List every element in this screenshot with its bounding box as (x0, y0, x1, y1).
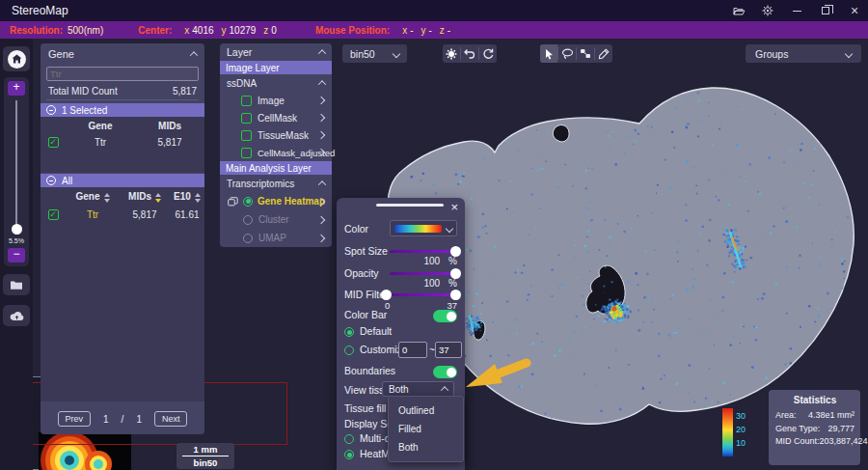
divider (46, 99, 199, 100)
groups-select[interactable]: Groups (746, 44, 861, 63)
spot-size-slider[interactable] (390, 250, 457, 253)
group-tool-icon[interactable] (577, 44, 594, 63)
gene-mids: 5,817 (135, 137, 204, 148)
app-title: StereoMap (12, 4, 68, 17)
selected-section-header[interactable]: 1 Selected (41, 103, 204, 117)
menu-item-outlined[interactable]: Outlined (389, 403, 463, 418)
table-row[interactable]: ✓ Ttr 5,817 (41, 134, 204, 150)
gene-e10: 61.61 (170, 209, 204, 220)
view-tissue-dropdown-menu: Outlined Filled Both (388, 396, 464, 462)
minimize-icon[interactable] (789, 3, 804, 18)
opacity-slider[interactable] (390, 272, 457, 275)
select-tool-icon[interactable] (540, 44, 557, 63)
center-z-value: 0 (271, 25, 277, 36)
all-section-header[interactable]: All (41, 174, 204, 187)
layer-panel-header[interactable]: Layer (220, 43, 332, 61)
zoom-out-button[interactable]: − (8, 248, 25, 263)
col-mids[interactable]: MIDs (120, 191, 170, 202)
collapse-icon (46, 105, 56, 115)
multi-color-radio[interactable] (344, 434, 354, 444)
settings-gear-icon[interactable] (760, 3, 775, 18)
slider-handle[interactable] (450, 268, 461, 279)
prev-page-button[interactable]: Prev (58, 411, 92, 427)
close-icon[interactable]: × (450, 200, 458, 214)
layer-item-umap[interactable]: UMAP (220, 229, 332, 247)
cluster-radio[interactable] (243, 215, 253, 225)
gene-panel-header[interactable]: Gene (41, 43, 204, 65)
boundaries-toggle[interactable] (433, 366, 457, 378)
gene-heatmap-radio[interactable] (243, 197, 253, 207)
view-tissue-select[interactable]: Both (382, 381, 454, 397)
col-e10[interactable]: E10 (170, 191, 204, 202)
menu-item-filled[interactable]: Filled (389, 422, 463, 436)
gene-checkbox[interactable]: ✓ (48, 137, 59, 148)
color-scheme-select[interactable] (390, 220, 457, 236)
layer-checkbox[interactable] (241, 113, 252, 124)
pagination: Prev 1 / 1 Next (41, 411, 204, 427)
layer-item-cellmask[interactable]: CellMask (220, 109, 332, 126)
gene-checkbox[interactable]: ✓ (48, 209, 59, 220)
cloud-button[interactable] (3, 305, 30, 326)
range-handle-min[interactable] (381, 290, 392, 300)
drag-handle[interactable] (376, 204, 444, 207)
home-icon (8, 50, 26, 69)
layer-checkbox[interactable] (241, 148, 252, 158)
zoom-slider-handle[interactable] (12, 224, 22, 235)
zoom-slider-track[interactable] (15, 100, 17, 234)
table-row[interactable]: ✓ Ttr 5,817 61.61 (41, 207, 204, 222)
transcriptomics-group-header[interactable]: Transcriptomics (220, 175, 332, 192)
close-icon[interactable]: × (847, 3, 862, 18)
next-page-button[interactable]: Next (154, 411, 188, 427)
mid-filter-range-slider[interactable] (385, 293, 457, 296)
left-sidebar: + 5.5% − (0, 39, 33, 470)
chevron-down-icon (845, 49, 853, 57)
bin-select[interactable]: bin50 (342, 44, 407, 63)
umap-radio[interactable] (243, 234, 253, 243)
color-bar-toggle[interactable] (433, 310, 457, 322)
chevron-right-icon[interactable] (317, 215, 325, 223)
chevron-right-icon[interactable] (317, 131, 325, 139)
layer-item-cellmask-adjusted[interactable]: CellMask_adjusted (220, 144, 332, 161)
col-mids: MIDs (135, 121, 204, 131)
lasso-tool-icon[interactable] (558, 44, 576, 63)
chevron-right-icon[interactable] (317, 114, 325, 122)
groups-select-value: Groups (755, 48, 788, 60)
selected-header-label: 1 Selected (62, 105, 107, 116)
layer-item-cluster[interactable]: Cluster (220, 210, 332, 229)
stat-label: MID Count: (775, 435, 820, 449)
chevron-right-icon[interactable] (317, 97, 325, 104)
slider-handle[interactable] (450, 246, 461, 257)
range-handle-max[interactable] (450, 290, 461, 300)
col-gene[interactable]: Gene (66, 191, 120, 202)
transcriptomics-label: Transcriptomics (227, 179, 294, 189)
refresh-icon[interactable] (479, 44, 497, 63)
layer-item-gene-heatmap[interactable]: Gene Heatmap (220, 192, 332, 210)
gene-search-input[interactable] (46, 67, 199, 81)
layer-checkbox[interactable] (241, 130, 252, 141)
layer-item-tissuemask[interactable]: TissueMask (220, 126, 332, 144)
home-button[interactable] (3, 46, 30, 71)
range-tilde: ~ (429, 345, 435, 355)
zoom-in-button[interactable]: + (8, 81, 25, 96)
stereomap-window: 1 mm bin50 30 20 10 Statistics Area:4.38… (0, 0, 868, 470)
undo-icon[interactable] (461, 44, 478, 63)
layer-checkbox[interactable] (241, 96, 252, 106)
settings-gear-icon[interactable] (443, 44, 460, 63)
menu-item-both[interactable]: Both (389, 440, 463, 455)
pencil-tool-icon[interactable] (595, 44, 612, 63)
restore-icon[interactable] (818, 3, 833, 18)
current-page: 1 (103, 414, 109, 425)
ssdna-group-header[interactable]: ssDNA (220, 74, 332, 92)
gene-mids: 5,817 (120, 209, 170, 220)
file-manager-button[interactable] (3, 274, 30, 295)
chevron-right-icon[interactable] (317, 234, 325, 241)
customized-radio[interactable] (344, 346, 354, 355)
custom-min-input[interactable] (398, 342, 427, 358)
custom-max-input[interactable] (435, 342, 462, 358)
default-radio[interactable] (344, 327, 354, 337)
layer-item-image[interactable]: Image (220, 92, 332, 109)
chevron-up-icon (190, 51, 198, 59)
open-project-icon[interactable] (731, 3, 746, 18)
mouse-y-key: y (420, 25, 425, 36)
heatmap-radio[interactable] (344, 450, 354, 459)
